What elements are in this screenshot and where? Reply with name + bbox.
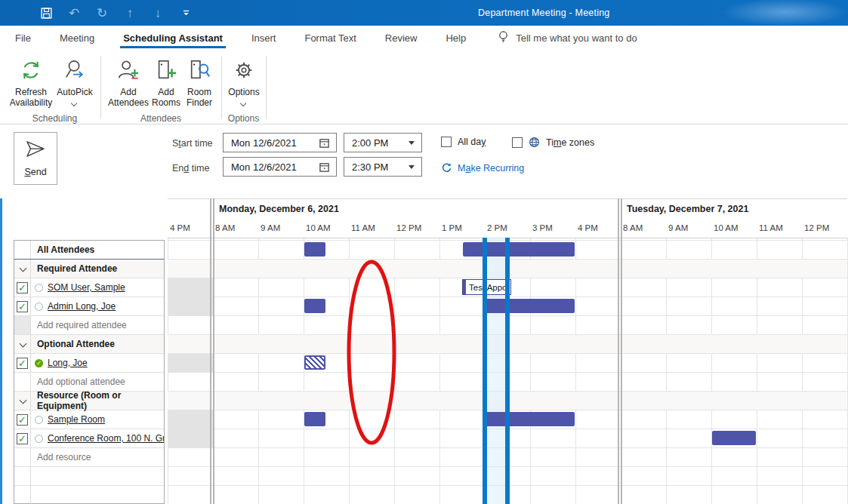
day-boundary-line xyxy=(213,198,214,504)
calendar-icon[interactable] xyxy=(319,137,330,149)
send-label: Send xyxy=(24,167,46,177)
collapse-chevron-icon[interactable] xyxy=(20,266,26,272)
quick-access-toolbar: ↶ ↻ ↑ ↓ xyxy=(38,0,194,26)
presence-unknown-icon xyxy=(35,284,43,292)
time-zones-checkbox[interactable]: Time zones xyxy=(512,137,594,148)
all-day-checkbox[interactable]: All day xyxy=(441,137,486,147)
attendee-row[interactable]: ✓✓Long, Joe xyxy=(14,354,164,373)
options-gear-icon xyxy=(233,57,255,84)
end-time-label: End time xyxy=(172,163,209,174)
autopick-button[interactable]: AutoPick xyxy=(54,54,95,115)
time-tick-label: 4 PM xyxy=(578,223,598,232)
appointment-busy-strip xyxy=(463,280,466,294)
checkbox-cell: ✓ xyxy=(14,354,31,372)
add-rooms-icon xyxy=(155,57,177,84)
section-label: Optional Attendee xyxy=(37,339,115,349)
checkbox-cell xyxy=(14,467,31,485)
collapse-chevron-icon[interactable] xyxy=(20,341,26,347)
redo-icon[interactable]: ↻ xyxy=(94,5,110,21)
attendee-checkbox[interactable]: ✓ xyxy=(17,301,28,312)
send-button[interactable]: Send xyxy=(14,132,57,185)
time-tick-label: 9 AM xyxy=(668,223,688,232)
attendee-name-link[interactable]: Admin Long, Joe xyxy=(48,301,116,312)
add-placeholder-label[interactable]: Add resource xyxy=(37,452,91,463)
time-tick-label: 8 AM xyxy=(623,223,643,232)
checkbox-icon[interactable] xyxy=(441,137,452,147)
time-tick-label: 10 AM xyxy=(714,223,739,232)
all-day-label: All day xyxy=(458,137,486,147)
end-date-field[interactable]: Mon 12/6/2021 xyxy=(223,157,337,177)
appointment-label: Test Appo xyxy=(469,283,507,292)
dropdown-arrow-icon xyxy=(409,141,415,145)
selection-start-line[interactable] xyxy=(483,238,487,504)
end-time-dropdown[interactable]: 2:30 PM xyxy=(344,157,422,177)
tentative-bar xyxy=(304,355,325,370)
tab-review[interactable]: Review xyxy=(384,26,419,50)
attendee-checkbox[interactable]: ✓ xyxy=(17,433,28,444)
start-time-dropdown[interactable]: 2:00 PM xyxy=(344,133,422,152)
add-row[interactable]: Add required attendee xyxy=(14,316,164,335)
tab-help[interactable]: Help xyxy=(444,26,467,50)
attendee-name-link[interactable]: Long, Joe xyxy=(48,358,88,368)
add-rooms-button[interactable]: AddRooms xyxy=(150,54,183,115)
calendar-icon[interactable] xyxy=(319,161,330,173)
attendee-checkbox[interactable]: ✓ xyxy=(17,358,28,369)
checkbox-cell: ✓ xyxy=(14,410,31,429)
collapse-chevron-icon[interactable] xyxy=(20,398,26,404)
move-down-icon[interactable]: ↓ xyxy=(150,5,166,21)
busy-bar xyxy=(304,412,325,426)
tell-me-label: Tell me what you want to do xyxy=(516,32,637,44)
time-tick-label: 2 PM xyxy=(487,223,507,232)
attendee-checkbox[interactable]: ✓ xyxy=(17,282,28,293)
attendee-name-link[interactable]: Conference Room, 100 N. Gree xyxy=(48,433,164,444)
customize-qat-icon[interactable] xyxy=(177,5,194,21)
day-boundary-line xyxy=(210,198,211,504)
busy-bar xyxy=(463,242,575,257)
group-label-attendees: Attendees xyxy=(100,113,221,124)
attendee-row[interactable]: ✓Admin Long, Joe xyxy=(14,297,164,316)
tab-format-text[interactable]: Format Text xyxy=(303,26,357,50)
move-up-icon[interactable]: ↑ xyxy=(122,5,138,21)
attendee-row[interactable]: ✓SOM User, Sample xyxy=(14,278,164,297)
non-working-cell xyxy=(168,278,213,297)
add-placeholder-label[interactable]: Add optional attendee xyxy=(37,376,125,387)
time-tick-label: 11 AM xyxy=(759,223,783,232)
selection-end-line[interactable] xyxy=(505,238,510,504)
checkbox-cell xyxy=(14,241,31,259)
refresh-availability-button[interactable]: RefreshAvailability xyxy=(9,54,53,115)
attendee-checkbox[interactable]: ✓ xyxy=(17,414,28,426)
attendees-header-row: All Attendees xyxy=(14,241,164,260)
add-attendees-button[interactable]: AddAttendees xyxy=(106,54,150,115)
save-icon[interactable] xyxy=(38,5,54,21)
add-row[interactable]: Add optional attendee xyxy=(14,373,164,392)
day-boundary-line xyxy=(618,198,619,504)
tab-scheduling-assistant[interactable]: Scheduling Assistant xyxy=(122,26,224,50)
make-recurring-link[interactable]: Make Recurring xyxy=(441,162,524,174)
make-recurring-label: Make Recurring xyxy=(458,163,524,174)
refresh-icon xyxy=(20,57,42,84)
autopick-dropdown-icon xyxy=(72,100,77,106)
tab-meeting[interactable]: Meeting xyxy=(58,26,96,50)
start-date-field[interactable]: Mon 12/6/2021 xyxy=(223,133,337,152)
time-tick-label: 9 AM xyxy=(261,223,280,232)
add-placeholder-label[interactable]: Add required attendee xyxy=(37,320,127,330)
add-row[interactable]: Add resource xyxy=(14,448,164,467)
tell-me-box[interactable]: Tell me what you want to do xyxy=(498,26,637,50)
time-tick-label: 4 PM xyxy=(170,223,190,232)
non-working-cell xyxy=(168,429,213,447)
tab-file[interactable]: File xyxy=(14,26,32,50)
attendee-name-link[interactable]: Sample Room xyxy=(48,414,105,425)
busy-bar xyxy=(304,299,325,313)
undo-icon[interactable]: ↶ xyxy=(66,5,82,21)
section-row: Resource (Room or Equipment) xyxy=(14,392,164,410)
checkbox-icon[interactable] xyxy=(512,137,523,148)
options-button[interactable]: Options xyxy=(225,54,263,115)
ribbon-tab-bar: FileMeetingScheduling AssistantInsertFor… xyxy=(0,26,848,50)
attendee-name-link[interactable]: SOM User, Sample xyxy=(48,282,125,293)
tab-insert[interactable]: Insert xyxy=(250,26,278,50)
room-finder-button[interactable]: RoomFinder xyxy=(183,54,216,115)
busy-bar xyxy=(486,412,575,426)
attendee-row[interactable]: ✓Conference Room, 100 N. Gree xyxy=(14,429,164,448)
time-tick-label: 11 AM xyxy=(351,223,375,232)
attendee-row[interactable]: ✓Sample Room xyxy=(14,410,164,429)
